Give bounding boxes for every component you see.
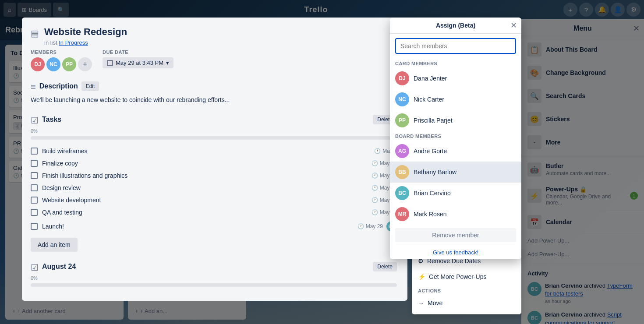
task-name-1: Build wireframes: [42, 148, 370, 155]
members-label: MEMBERS: [31, 49, 92, 55]
actions-label: ACTIONS: [412, 285, 521, 295]
member-name-andre: Andre Gorte: [414, 148, 447, 155]
task-checkbox-4[interactable]: [31, 184, 38, 191]
task-item-7: Launch! 🕐 May 29 BC: [31, 218, 397, 234]
search-members-input[interactable]: [395, 38, 516, 54]
checklist-icon: ☑: [31, 262, 39, 273]
task-checkbox-7[interactable]: [31, 223, 38, 230]
member-avatar-3: PP: [62, 57, 76, 71]
assign-member-brian[interactable]: BC Brian Cervino: [390, 183, 521, 204]
progress-label: 0%: [31, 128, 397, 134]
description-icon: ≡: [31, 82, 36, 92]
avatar-bethany: BB: [395, 165, 409, 179]
assign-member-bethany[interactable]: BB Bethany Barlow: [390, 162, 521, 183]
member-name-dana: Dana Jenter: [414, 75, 447, 82]
move-item[interactable]: → Move: [412, 295, 521, 311]
card-modal-subtitle: in list In Progress: [44, 39, 384, 46]
assign-modal-title: Assign (Beta): [436, 22, 475, 29]
edit-description-button[interactable]: Edit: [81, 81, 99, 91]
card-modal-icon: ▤: [31, 28, 39, 39]
task-item-6: QA and testing 🕐 May 25: [31, 206, 397, 218]
assign-member-mark[interactable]: MR Mark Rosen: [390, 204, 521, 225]
task-name-7: Launch!: [42, 223, 353, 230]
assign-member-andre[interactable]: AG Andre Gorte: [390, 141, 521, 162]
due-date-checkbox[interactable]: [107, 60, 113, 66]
tasks-title: Tasks: [42, 116, 61, 123]
avatar-andre: AG: [395, 144, 409, 158]
task-name-3: Finish illustrations and graphics: [42, 172, 367, 179]
task-item-2: Finalize copy 🕐 May 11: [31, 157, 397, 169]
member-avatar-2: NC: [46, 57, 60, 71]
task-item-5: Website development 🕐 May 21: [31, 194, 397, 206]
tasks-icon: ☑: [31, 115, 39, 126]
card-modal: ▤ Website Redesign in list In Progress ✕…: [22, 18, 407, 301]
feedback-link[interactable]: Give us feedback!: [390, 246, 521, 259]
delete-checklist-button[interactable]: Delete: [373, 262, 397, 271]
avatar-brian: BC: [395, 186, 409, 200]
progress-bar-2: [31, 283, 397, 287]
description-text: We'll be launching a new website to coin…: [31, 95, 397, 105]
task-item-3: Finish illustrations and graphics 🕐 May …: [31, 169, 397, 182]
board-members-label: BOARD MEMBERS: [390, 131, 521, 141]
member-name-bethany: Bethany Barlow: [414, 169, 456, 176]
add-item-button[interactable]: Add an item: [31, 238, 78, 252]
avatar-dana: DJ: [395, 71, 409, 85]
add-member-button[interactable]: +: [78, 57, 92, 71]
member-avatar-1: DJ: [31, 57, 45, 71]
task-checkbox-3[interactable]: [31, 172, 38, 179]
avatar-mark: MR: [395, 207, 409, 221]
task-checkbox-2[interactable]: [31, 160, 38, 167]
context-popup: ⚙ Remove Due Dates ⚡ Get More Power-Ups …: [412, 250, 521, 314]
close-assign-modal-button[interactable]: ✕: [510, 21, 517, 30]
task-item-1: Build wireframes 🕐 May 6: [31, 145, 397, 157]
due-date-button[interactable]: May 29 at 3:43 PM ▾: [103, 57, 173, 68]
description-title: Description: [39, 82, 78, 90]
assign-modal: Assign (Beta) ✕ CARD MEMBERS DJ Dana Jen…: [390, 18, 521, 259]
task-checkbox-5[interactable]: [31, 197, 38, 204]
chevron-down-icon: ▾: [166, 60, 169, 66]
assign-member-priscilla[interactable]: PP Priscilla Parjet: [390, 110, 521, 131]
progress-bar: [31, 136, 397, 140]
checklist-title: August 24: [42, 263, 76, 271]
task-list: Build wireframes 🕐 May 6 Finalize copy 🕐…: [31, 145, 397, 234]
remove-member-button[interactable]: Remove member: [395, 228, 516, 242]
card-members-label: CARD MEMBERS: [390, 58, 521, 68]
avatar-priscilla: PP: [395, 113, 409, 127]
assign-member-nick[interactable]: NC Nick Carter: [390, 89, 521, 110]
get-more-powerups-item[interactable]: ⚡ Get More Power-Ups: [412, 269, 521, 285]
member-name-nick: Nick Carter: [414, 96, 444, 103]
move-icon: →: [418, 299, 424, 306]
assign-member-dana[interactable]: DJ Dana Jenter: [390, 68, 521, 89]
member-name-brian: Brian Cervino: [414, 190, 451, 197]
get-more-powerups-icon: ⚡: [418, 273, 425, 280]
task-name-2: Finalize copy: [42, 160, 367, 167]
card-modal-title: Website Redesign: [44, 26, 384, 38]
task-name-4: Design review: [42, 184, 367, 191]
list-link[interactable]: In Progress: [59, 39, 88, 46]
member-name-priscilla: Priscilla Parjet: [414, 117, 453, 124]
avatar-nick: NC: [395, 92, 409, 106]
task-name-6: QA and testing: [42, 209, 367, 216]
task-checkbox-1[interactable]: [31, 148, 38, 155]
member-name-mark: Mark Rosen: [414, 211, 446, 218]
progress-label-2: 0%: [31, 275, 397, 281]
due-date-label: DUE DATE: [103, 49, 173, 55]
task-item-4: Design review 🕐 May 19: [31, 182, 397, 194]
task-checkbox-6[interactable]: [31, 209, 38, 216]
task-name-5: Website development: [42, 197, 367, 204]
